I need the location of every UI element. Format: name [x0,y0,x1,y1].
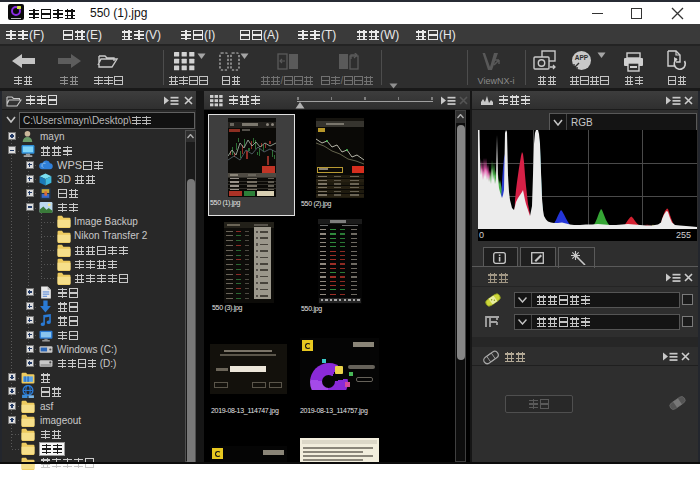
svg-text:APP: APP [575,54,589,61]
